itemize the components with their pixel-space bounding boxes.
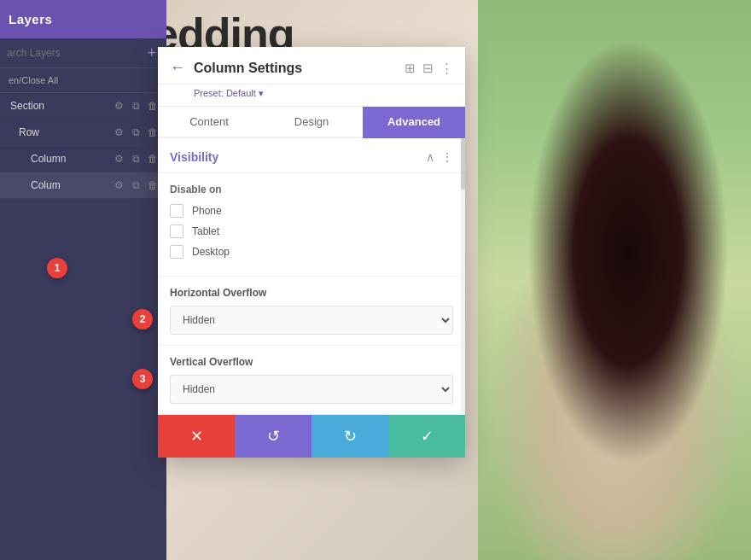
annotation-badge-3: 3 [132,369,153,389]
search-input[interactable] [7,47,138,59]
annotation-badge-1: 1 [47,258,67,278]
layers-panel-header: Layers [0,0,166,38]
scrollbar-thumb[interactable] [461,138,465,190]
layer-item-section[interactable]: Section ⚙ ⧉ 🗑 [0,93,166,120]
visibility-section-header: Visibility ∧ ⋮ [158,138,465,173]
modal-title: Column Settings [194,61,396,76]
duplicate-icon[interactable]: ⧉ [129,99,143,113]
layer-icons-column-active: ⚙ ⧉ 🗑 [112,178,160,192]
modal-tabs: Content Design Advanced [158,107,465,138]
layers-search-row: + [0,38,166,68]
layer-icons-column: ⚙ ⧉ 🗑 [112,152,160,166]
layer-icons-row: ⚙ ⧉ 🗑 [112,125,160,139]
checkbox-row-phone: Phone [170,204,453,218]
tablet-checkbox[interactable] [170,225,183,238]
layer-item-row[interactable]: Row ⚙ ⧉ 🗑 [0,120,166,146]
disable-on-section: Disable on Phone Tablet Desktop [158,173,465,277]
tab-design[interactable]: Design [260,107,363,138]
vertical-overflow-label: Vertical Overflow [170,356,453,368]
portrait-bg [478,0,751,560]
vertical-overflow-section: Vertical Overflow Hidden Default Visible… [158,346,465,415]
collapse-icon[interactable]: ⊟ [422,61,434,76]
toggle-all-row[interactable]: en/Close All [0,68,166,93]
duplicate-icon[interactable]: ⧉ [129,152,143,166]
layer-label-row: Row [19,126,112,138]
desktop-label: Desktop [192,246,230,258]
visibility-header-icons: ∧ ⋮ [426,150,453,164]
tab-content[interactable]: Content [158,107,260,138]
layer-label-column-active: Colum [31,179,112,191]
phone-label: Phone [192,205,222,217]
cancel-button[interactable]: ✕ [158,415,235,458]
layer-item-column-active[interactable]: Colum ⚙ ⧉ 🗑 [0,172,166,199]
scrollbar-track[interactable] [461,138,465,415]
preset-selector[interactable]: Preset: Default ▾ [158,85,465,107]
save-button[interactable]: ✓ [388,415,465,458]
horizontal-overflow-select[interactable]: Hidden Default Visible Scroll Auto [170,306,453,335]
modal-header-icons: ⊞ ⊟ ⋮ [405,61,453,76]
disable-on-label: Disable on [170,184,453,195]
section-menu-icon[interactable]: ⋮ [441,150,453,164]
checkbox-row-tablet: Tablet [170,225,453,238]
horizontal-overflow-section: Horizontal Overflow Hidden Default Visib… [158,277,465,346]
layer-label-column: Column [31,153,112,165]
layer-icons-section: ⚙ ⧉ 🗑 [112,99,160,113]
settings-icon[interactable]: ⚙ [112,99,125,113]
annotation-badge-2: 2 [132,309,153,330]
portrait-area [478,0,751,560]
horizontal-overflow-label: Horizontal Overflow [170,287,453,299]
modal-body: Visibility ∧ ⋮ Disable on Phone Tablet D… [158,138,465,415]
tab-advanced[interactable]: Advanced [363,107,465,138]
vertical-overflow-select[interactable]: Hidden Default Visible Scroll Auto [170,375,453,404]
duplicate-icon[interactable]: ⧉ [129,178,143,192]
redo-button[interactable]: ↻ [311,415,388,458]
more-icon[interactable]: ⋮ [440,61,453,76]
collapse-section-icon[interactable]: ∧ [426,150,434,164]
modal-header: ← Column Settings ⊞ ⊟ ⋮ [158,47,465,85]
phone-checkbox[interactable] [170,204,183,218]
desktop-checkbox[interactable] [170,245,183,259]
layers-panel: Layers + en/Close All Section ⚙ ⧉ 🗑 Row … [0,0,166,560]
layer-label-section: Section [10,100,112,112]
expand-icon[interactable]: ⊞ [405,61,416,76]
layers-title: Layers [9,12,52,26]
modal-footer: ✕ ↺ ↻ ✓ [158,415,465,458]
settings-icon[interactable]: ⚙ [112,125,125,139]
column-settings-modal: ← Column Settings ⊞ ⊟ ⋮ Preset: Default … [158,47,465,458]
settings-icon[interactable]: ⚙ [112,152,125,166]
back-button[interactable]: ← [170,59,185,77]
tablet-label: Tablet [192,225,219,237]
settings-icon[interactable]: ⚙ [112,178,125,192]
toggle-all-label: en/Close All [9,75,58,85]
layer-item-column[interactable]: Column ⚙ ⧉ 🗑 [0,146,166,172]
undo-button[interactable]: ↺ [235,415,311,458]
duplicate-icon[interactable]: ⧉ [129,125,143,139]
checkbox-row-desktop: Desktop [170,245,453,259]
visibility-title: Visibility [170,150,218,164]
